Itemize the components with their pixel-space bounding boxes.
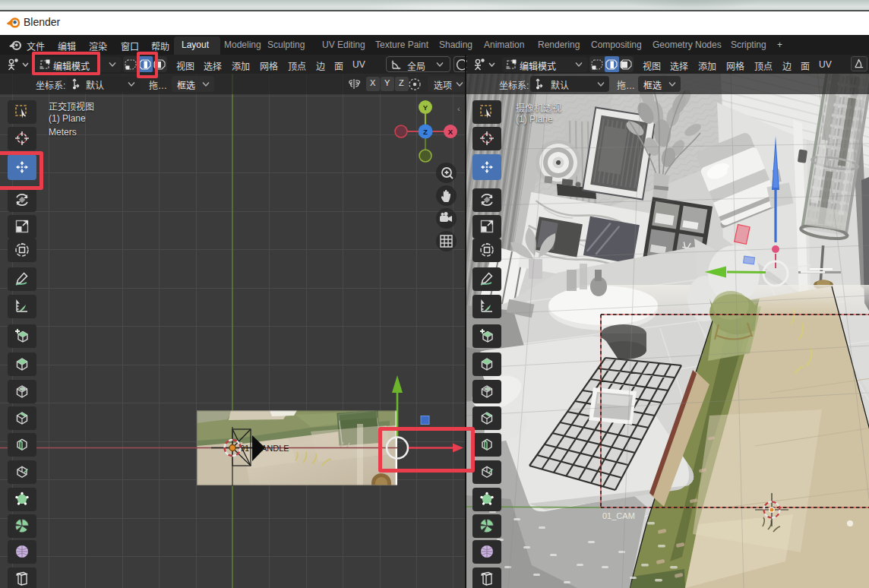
svg-text:Z: Z [423,128,428,136]
svg-text:ANDLE: ANDLE [261,444,289,453]
svg-text:01_CAM: 01_CAM [602,511,635,520]
svg-text:X: X [448,128,453,136]
svg-text:Y: Y [423,103,428,112]
svg-text:01: 01 [240,444,249,453]
